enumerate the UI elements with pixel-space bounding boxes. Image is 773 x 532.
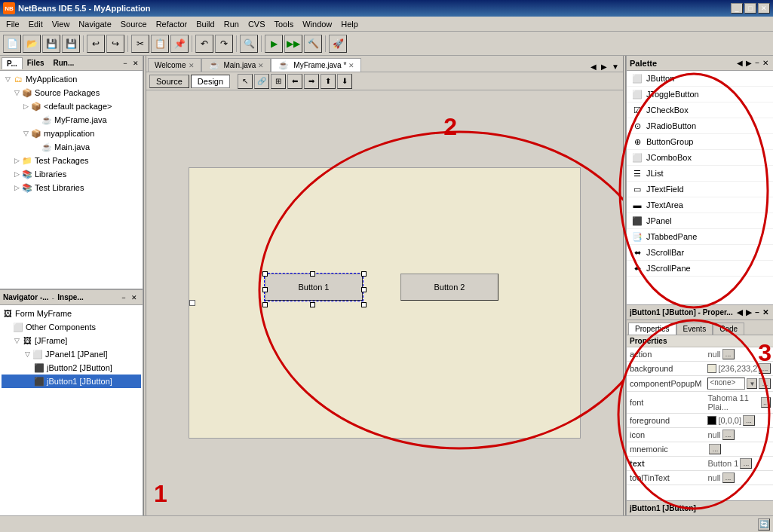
props-close[interactable]: ✕ <box>762 308 768 316</box>
nav-jbutton1[interactable]: ⬛ jButton1 [JButton] <box>2 375 141 388</box>
handle-tr[interactable] <box>361 271 367 277</box>
forward-button[interactable]: ↪ <box>106 35 124 53</box>
palette-jcombobox[interactable]: ⬜ JComboBox <box>627 150 773 166</box>
undo-button[interactable]: ↶ <box>195 35 213 53</box>
nav-jpanel1[interactable]: ▽ ⬜ JPanel1 [JPanel] <box>2 347 141 361</box>
cut-button[interactable]: ✂ <box>131 35 149 53</box>
run-button[interactable]: ▶ <box>265 35 283 53</box>
tree-myapp-pkg[interactable]: ▽ 📦 myapplication <box>2 127 141 140</box>
palette-jscrollpane[interactable]: ⬌ JScrollPane <box>627 261 773 277</box>
palette-jtextarea[interactable]: ▬ JTextArea <box>627 197 773 213</box>
back-button[interactable]: ↩ <box>87 35 105 53</box>
palette-scroll-up[interactable]: ◀ <box>737 59 743 67</box>
root-toggle[interactable]: ▽ <box>3 75 12 84</box>
handle-bc[interactable] <box>310 302 315 307</box>
handle-ml[interactable] <box>262 287 268 292</box>
menu-file[interactable]: File <box>2 18 24 30</box>
palette-close[interactable]: ✕ <box>762 59 768 67</box>
menu-cvs[interactable]: CVS <box>244 18 270 30</box>
tab-files[interactable]: Files <box>23 57 49 69</box>
source-tab[interactable]: Source <box>149 75 189 88</box>
minimize-button[interactable]: _ <box>731 3 743 14</box>
props-scroll-left[interactable]: ◀ <box>737 308 743 316</box>
palette-minimize[interactable]: − <box>755 59 759 67</box>
align-top[interactable]: ⬆ <box>321 74 336 89</box>
design-tab[interactable]: Design <box>191 75 230 88</box>
menu-run[interactable]: Run <box>219 18 244 30</box>
tab-mainjava[interactable]: ☕ Main.java ✕ <box>201 58 271 72</box>
new-button[interactable]: 📄 <box>3 35 21 53</box>
prop-val-action[interactable]: null … <box>704 347 773 362</box>
popup-dropdown-arrow[interactable]: ▼ <box>747 378 757 389</box>
mainjava-tab-close[interactable]: ✕ <box>258 62 264 69</box>
tab-scroll-right[interactable]: ▶ <box>599 62 609 72</box>
menu-build[interactable]: Build <box>192 18 219 30</box>
props-tab-events[interactable]: Events <box>676 323 713 335</box>
prop-btn-icon[interactable]: … <box>722 430 735 440</box>
sp-toggle[interactable]: ▽ <box>12 88 21 97</box>
jf-toggle[interactable]: ▽ <box>12 336 21 345</box>
nav-other-components[interactable]: ⬜ Other Components <box>2 320 141 334</box>
menu-source[interactable]: Source <box>116 18 152 30</box>
nav-jbutton2[interactable]: ⬛ jButton2 [JButton] <box>2 361 141 375</box>
palette-jradiobutton[interactable]: ⊙ JRadioButton <box>627 118 773 134</box>
find-button[interactable]: 🔍 <box>240 35 258 53</box>
prop-btn-tooltip[interactable]: … <box>722 472 735 483</box>
form-canvas[interactable]: Button 1 Button 2 <box>189 167 581 439</box>
tab-run[interactable]: Run... <box>49 57 79 69</box>
palette-jtabbedpane[interactable]: 📑 JTabbedPane <box>627 229 773 245</box>
prop-btn-action[interactable]: … <box>722 349 735 359</box>
tree-default-pkg[interactable]: ▷ 📦 <default package> <box>2 99 141 113</box>
lib-toggle[interactable]: ▷ <box>12 170 21 179</box>
panel-minimize-icon[interactable]: − <box>120 58 130 69</box>
tree-myframe[interactable]: ☕ MyFrame.java <box>2 113 141 127</box>
tree-test-libs[interactable]: ▷ 📚 Test Libraries <box>2 181 141 194</box>
palette-jpanel[interactable]: ⬛ JPanel <box>627 213 773 229</box>
select-tool[interactable]: ↖ <box>238 74 253 89</box>
tab-dropdown[interactable]: ▼ <box>609 62 621 72</box>
align-bottom[interactable]: ⬇ <box>337 74 352 89</box>
nav-jframe[interactable]: ▽ 🖼 [JFrame] <box>2 334 141 347</box>
welcome-tab-close[interactable]: ✕ <box>189 62 195 69</box>
redo-button[interactable]: ↷ <box>215 35 233 53</box>
tree-libs[interactable]: ▷ 📚 Libraries <box>2 167 141 181</box>
props-tab-properties[interactable]: Properties <box>628 323 676 335</box>
palette-jscrollbar[interactable]: ⬌ JScrollBar <box>627 245 773 261</box>
prop-val-mnemonic[interactable]: … <box>704 442 773 457</box>
save-button[interactable]: 💾 <box>42 35 60 53</box>
handle-tl[interactable] <box>262 271 268 277</box>
prop-val-popup[interactable]: <none> ▼ … <box>704 376 773 392</box>
tab-projects[interactable]: P... <box>2 57 23 69</box>
menu-tools[interactable]: Tools <box>270 18 299 30</box>
jp-toggle[interactable]: ▽ <box>23 350 32 359</box>
nav-form[interactable]: 🖼 Form MyFrame <box>2 307 141 320</box>
prop-val-bg[interactable]: [236,233,2 … <box>704 362 773 376</box>
menu-help[interactable]: Help <box>336 18 363 30</box>
popup-combo[interactable]: <none> <box>707 378 745 390</box>
panel-close-icon[interactable]: ✕ <box>130 58 141 69</box>
prop-btn-mnemonic[interactable]: … <box>709 444 721 454</box>
resize-handle-left[interactable] <box>189 300 195 306</box>
tree-main[interactable]: ☕ Main.java <box>2 140 141 154</box>
window-controls[interactable]: _ □ ✕ <box>731 3 770 14</box>
prop-val-text[interactable]: Button 1 … <box>704 457 773 471</box>
handle-br[interactable] <box>361 302 367 307</box>
paste-button[interactable]: 📌 <box>170 35 189 53</box>
jbutton1[interactable]: Button 1 <box>265 274 363 301</box>
prop-val-tooltip[interactable]: null … <box>704 471 773 485</box>
menu-navigate[interactable]: Navigate <box>74 18 115 30</box>
palette-jbutton[interactable]: ⬜ JButton <box>627 71 773 87</box>
handle-mr[interactable] <box>361 287 367 292</box>
menu-refactor[interactable]: Refactor <box>152 18 192 30</box>
prop-btn-text[interactable]: … <box>740 458 752 469</box>
palette-scroll-down[interactable]: ▶ <box>746 59 752 67</box>
handle-tc[interactable] <box>310 271 315 277</box>
deploy-button[interactable]: 🚀 <box>329 35 347 53</box>
prop-btn-font[interactable]: … <box>761 397 771 408</box>
tp-toggle[interactable]: ▷ <box>12 156 21 165</box>
close-button[interactable]: ✕ <box>758 3 770 14</box>
props-minimize[interactable]: − <box>755 308 759 316</box>
prop-val-font[interactable]: Tahoma 11 Plai... … <box>704 392 773 414</box>
props-tab-code[interactable]: Code <box>713 323 744 335</box>
prop-btn-fg[interactable]: … <box>743 415 755 426</box>
